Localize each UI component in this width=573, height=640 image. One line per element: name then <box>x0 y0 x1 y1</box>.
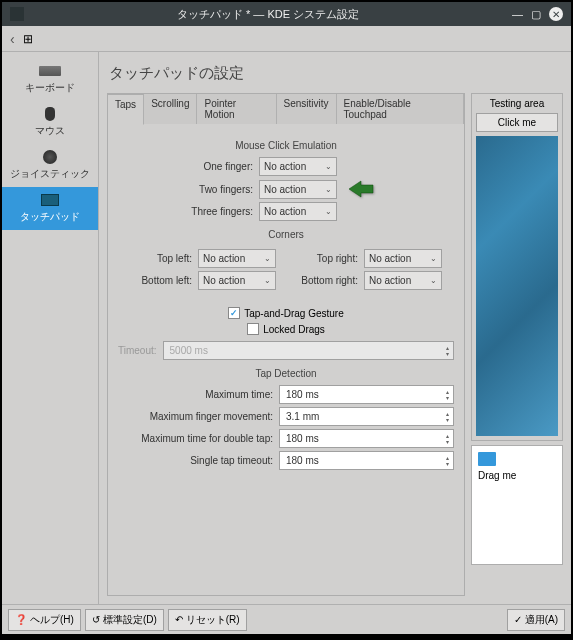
section-mouse-click: Mouse Click Emulation <box>118 140 454 151</box>
top-right-select[interactable]: No action⌄ <box>364 249 442 268</box>
locked-drags-checkbox[interactable] <box>247 323 259 335</box>
apply-button[interactable]: ✓適用(A) <box>507 609 565 631</box>
drag-area[interactable]: Drag me <box>471 445 563 565</box>
chevron-down-icon: ⌄ <box>264 276 271 285</box>
tab-enable-disable[interactable]: Enable/Disable Touchpad <box>337 94 464 124</box>
tab-container: Taps Scrolling Pointer Motion Sensitivit… <box>107 93 465 596</box>
reset-button[interactable]: ↶リセット(R) <box>168 609 247 631</box>
sidebar: キーボード マウス ジョイスティック タッチパッド <box>2 52 98 604</box>
defaults-button[interactable]: ↺標準設定(D) <box>85 609 164 631</box>
content: キーボード マウス ジョイスティック タッチパッド タッチパッドの設定 Taps <box>2 52 571 604</box>
toolbar: ‹ ⊞ <box>2 26 571 52</box>
window-title: タッチパッド * — KDE システム設定 <box>32 7 504 22</box>
tab-pointer-motion[interactable]: Pointer Motion <box>197 94 276 124</box>
max-double-spinbox[interactable]: 180 ms▴▾ <box>279 429 454 448</box>
bottom-left-select[interactable]: No action⌄ <box>198 271 276 290</box>
top-left-select[interactable]: No action⌄ <box>198 249 276 268</box>
drag-me-label: Drag me <box>478 470 556 481</box>
joystick-icon <box>39 150 61 164</box>
click-me-button[interactable]: Click me <box>476 113 558 132</box>
mouse-icon <box>39 107 61 121</box>
sidebar-item-keyboard[interactable]: キーボード <box>2 58 98 101</box>
right-panel: Testing area Click me Drag me <box>471 93 563 596</box>
sidebar-item-label: マウス <box>35 124 65 138</box>
spin-arrows-icon: ▴▾ <box>446 455 449 467</box>
sidebar-item-mouse[interactable]: マウス <box>2 101 98 144</box>
help-icon: ❓ <box>15 614 27 625</box>
three-fingers-label: Three fingers: <box>118 206 253 217</box>
bottom-right-label: Bottom right: <box>296 275 358 286</box>
spin-arrows-icon: ▴▾ <box>446 389 449 401</box>
single-timeout-spinbox[interactable]: 180 ms▴▾ <box>279 451 454 470</box>
sidebar-item-touchpad[interactable]: タッチパッド <box>2 187 98 230</box>
tap-drag-label: Tap-and-Drag Gesture <box>244 308 344 319</box>
sidebar-item-label: タッチパッド <box>20 210 80 224</box>
sidebar-item-joystick[interactable]: ジョイスティック <box>2 144 98 187</box>
help-button[interactable]: ❓ヘルプ(H) <box>8 609 81 631</box>
max-time-label: Maximum time: <box>118 389 273 400</box>
max-time-spinbox[interactable]: 180 ms▴▾ <box>279 385 454 404</box>
highlight-arrow-icon <box>347 179 375 199</box>
folder-icon <box>478 452 496 466</box>
bottom-right-select[interactable]: No action⌄ <box>364 271 442 290</box>
tab-scrolling[interactable]: Scrolling <box>144 94 197 124</box>
maximize-icon[interactable]: ▢ <box>531 8 541 21</box>
top-left-label: Top left: <box>130 253 192 264</box>
footer: ❓ヘルプ(H) ↺標準設定(D) ↶リセット(R) ✓適用(A) <box>2 604 571 634</box>
max-double-label: Maximum time for double tap: <box>118 433 273 444</box>
chevron-down-icon: ⌄ <box>325 185 332 194</box>
spin-arrows-icon: ▴▾ <box>446 411 449 423</box>
max-move-label: Maximum finger movement: <box>118 411 273 422</box>
touchpad-icon <box>39 193 61 207</box>
spin-arrows-icon: ▴▾ <box>446 345 449 357</box>
one-finger-label: One finger: <box>118 161 253 172</box>
tap-drag-checkbox[interactable] <box>228 307 240 319</box>
spin-arrows-icon: ▴▾ <box>446 433 449 445</box>
chevron-down-icon: ⌄ <box>264 254 271 263</box>
section-corners: Corners <box>118 229 454 240</box>
two-fingers-label: Two fingers: <box>118 184 253 195</box>
chevron-down-icon: ⌄ <box>430 276 437 285</box>
tabs: Taps Scrolling Pointer Motion Sensitivit… <box>108 94 464 124</box>
window: タッチパッド * — KDE システム設定 — ▢ ✕ ‹ ⊞ キーボード マウ… <box>0 0 573 636</box>
titlebar[interactable]: タッチパッド * — KDE システム設定 — ▢ ✕ <box>2 2 571 26</box>
top-right-label: Top right: <box>296 253 358 264</box>
timeout-spinbox: 5000 ms▴▾ <box>163 341 454 360</box>
grid-icon[interactable]: ⊞ <box>23 32 33 46</box>
main: タッチパッドの設定 Taps Scrolling Pointer Motion … <box>98 52 571 604</box>
keyboard-icon <box>39 64 61 78</box>
locked-drags-label: Locked Drags <box>263 324 325 335</box>
two-fingers-select[interactable]: No action⌄ <box>259 180 337 199</box>
page-title: タッチパッドの設定 <box>107 60 563 93</box>
single-timeout-label: Single tap timeout: <box>118 455 273 466</box>
minimize-icon[interactable]: — <box>512 8 523 20</box>
max-move-spinbox[interactable]: 3.1 mm▴▾ <box>279 407 454 426</box>
testing-area-group: Testing area Click me <box>471 93 563 441</box>
app-icon <box>10 7 24 21</box>
sidebar-item-label: キーボード <box>25 81 75 95</box>
section-tap-detection: Tap Detection <box>118 368 454 379</box>
chevron-down-icon: ⌄ <box>430 254 437 263</box>
test-area[interactable] <box>476 136 558 436</box>
defaults-icon: ↺ <box>92 614 100 625</box>
chevron-down-icon: ⌄ <box>325 162 332 171</box>
timeout-label: Timeout: <box>118 345 157 356</box>
chevron-down-icon: ⌄ <box>325 207 332 216</box>
close-icon[interactable]: ✕ <box>549 7 563 21</box>
tab-body: Mouse Click Emulation One finger: No act… <box>108 124 464 595</box>
apply-icon: ✓ <box>514 614 522 625</box>
sidebar-item-label: ジョイスティック <box>10 167 90 181</box>
reset-icon: ↶ <box>175 614 183 625</box>
bottom-left-label: Bottom left: <box>130 275 192 286</box>
one-finger-select[interactable]: No action⌄ <box>259 157 337 176</box>
tab-sensitivity[interactable]: Sensitivity <box>277 94 337 124</box>
three-fingers-select[interactable]: No action⌄ <box>259 202 337 221</box>
back-icon[interactable]: ‹ <box>10 31 15 47</box>
testing-area-title: Testing area <box>476 98 558 109</box>
tab-taps[interactable]: Taps <box>108 94 144 125</box>
